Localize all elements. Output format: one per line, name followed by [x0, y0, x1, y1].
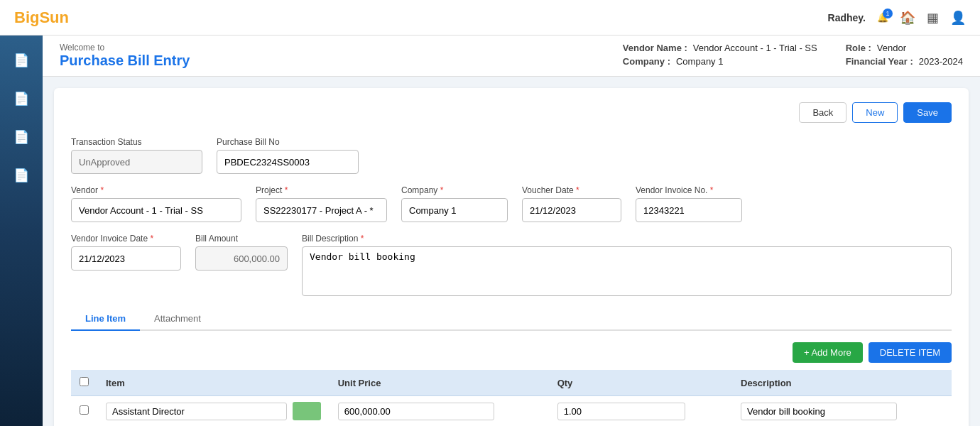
purchase-bill-no-label: Purchase Bill No [217, 137, 359, 147]
company-form-input[interactable] [401, 198, 508, 222]
vendor-invoice-no-label: Vendor Invoice No. * [636, 185, 742, 195]
vendor-invoice-no-group: Vendor Invoice No. * [636, 185, 742, 222]
select-all-checkbox[interactable] [80, 377, 89, 386]
delete-item-button[interactable]: DELETE ITEM [869, 342, 952, 363]
transaction-status-label: Transaction Status [71, 137, 202, 147]
row-unit-price-input-0[interactable] [338, 403, 494, 420]
voucher-date-label: Voucher Date * [522, 185, 621, 195]
table-toolbar: + Add More DELETE ITEM [71, 342, 952, 363]
save-button[interactable]: Save [903, 102, 952, 123]
sidebar-item-1[interactable]: 📄 [8, 47, 35, 74]
row-checkbox-0[interactable] [80, 405, 89, 415]
table-header-row: Item Unit Price Qty Description [71, 370, 952, 396]
role-label: Role : [846, 43, 871, 53]
role-row: Role : Vendor [846, 43, 963, 53]
row-unit-price-cell [330, 396, 549, 427]
vendor-name-value: Vendor Account - 1 - Trial - SS [693, 43, 817, 53]
main-content: Welcome to Purchase Bill Entry Vendor Na… [43, 36, 980, 426]
bill-description-group: Bill Description * [302, 234, 952, 296]
company-value: Company 1 [676, 56, 723, 67]
voucher-date-group: Voucher Date * [522, 185, 621, 222]
project-label: Project * [256, 185, 387, 195]
vendor-label: Vendor * [71, 185, 241, 195]
sidebar-item-3[interactable]: 📄 [8, 124, 35, 151]
tab-attachment[interactable]: Attachment [140, 307, 215, 331]
welcome-text: Welcome to [60, 43, 190, 53]
header-left: Welcome to Purchase Bill Entry [60, 43, 190, 69]
voucher-date-input[interactable] [522, 198, 621, 222]
bill-amount-group: Bill Amount [195, 234, 288, 271]
header-item: Item [97, 370, 330, 396]
bill-amount-input[interactable] [195, 246, 288, 271]
company-form-label: Company * [401, 185, 508, 195]
company-form-group: Company * [401, 185, 508, 222]
company-row: Company : Company 1 [623, 56, 817, 67]
project-input[interactable] [256, 198, 387, 222]
brand-logo[interactable]: BigSun [14, 9, 69, 27]
back-button[interactable]: Back [799, 102, 846, 123]
header-bar: Welcome to Purchase Bill Entry Vendor Na… [43, 36, 980, 77]
row-item-cell [97, 396, 330, 426]
row-description-input-0[interactable] [741, 403, 897, 420]
financial-year-row: Financial Year : 2023-2024 [846, 56, 963, 67]
navbar: BigSun Radhey. 🔔 1 🏠 ▦ 👤 [0, 0, 980, 36]
form-row-1: Transaction Status Purchase Bill No [71, 137, 952, 174]
new-button[interactable]: New [852, 102, 898, 123]
role-value: Vendor [877, 43, 906, 53]
bill-description-input[interactable] [302, 246, 952, 296]
purchase-bill-no-input[interactable] [217, 150, 359, 174]
bill-description-label: Bill Description * [302, 234, 952, 244]
sidebar: 📄 📄 📄 📄 [0, 36, 43, 426]
vendor-name-label: Vendor Name : [623, 43, 687, 53]
navbar-username: Radhey. [828, 12, 866, 23]
form-row-2: Vendor * Project * Company * [71, 185, 952, 222]
table-row [71, 396, 952, 427]
vendor-invoice-date-group: Vendor Invoice Date * [71, 234, 181, 271]
row-qty-input-0[interactable] [557, 403, 685, 420]
sidebar-item-4[interactable]: 📄 [8, 162, 35, 189]
vendor-input[interactable] [71, 198, 241, 222]
grid-icon[interactable]: ▦ [927, 10, 939, 26]
company-label: Company : [623, 56, 670, 67]
content-area: Back New Save Transaction Status Purchas… [54, 88, 969, 426]
header-checkbox-col [71, 370, 97, 396]
brand-name: BigSun [14, 9, 69, 26]
vendor-invoice-date-label: Vendor Invoice Date * [71, 234, 181, 244]
form-row-3: Vendor Invoice Date * Bill Amount Bill D… [71, 234, 952, 296]
header-unit-price: Unit Price [330, 370, 549, 396]
purchase-bill-no-group: Purchase Bill No [217, 137, 359, 174]
vendor-name-row: Vendor Name : Vendor Account - 1 - Trial… [623, 43, 817, 53]
tab-line-item[interactable]: Line Item [71, 307, 140, 331]
user-icon[interactable]: 👤 [950, 10, 966, 26]
row-qty-cell [549, 396, 732, 427]
header-meta: Vendor Name : Vendor Account - 1 - Trial… [623, 43, 963, 67]
line-items-table-wrapper: Item Unit Price Qty Description [71, 370, 952, 426]
line-items-tbody [71, 396, 952, 427]
navbar-right: Radhey. 🔔 1 🏠 ▦ 👤 [828, 10, 966, 26]
notification-badge: 1 [883, 9, 893, 18]
vendor-invoice-no-input[interactable] [636, 198, 742, 222]
transaction-status-group: Transaction Status [71, 137, 202, 174]
project-group: Project * [256, 185, 387, 222]
row-color-box-0 [293, 402, 321, 420]
add-more-button[interactable]: + Add More [793, 342, 863, 363]
notification-bell[interactable]: 🔔 1 [877, 12, 888, 23]
header-description: Description [732, 370, 952, 396]
vendor-group: Vendor * [71, 185, 241, 222]
page-title: Purchase Bill Entry [60, 53, 190, 69]
row-item-input-0[interactable] [106, 403, 287, 420]
row-checkbox-cell [71, 396, 97, 427]
financial-year-value: 2023-2024 [919, 56, 963, 67]
vendor-invoice-date-input[interactable] [71, 246, 181, 271]
line-items-table: Item Unit Price Qty Description [71, 370, 952, 426]
vendor-info-group: Vendor Name : Vendor Account - 1 - Trial… [623, 43, 817, 67]
tabs: Line Item Attachment [71, 307, 952, 331]
role-info-group: Role : Vendor Financial Year : 2023-2024 [846, 43, 963, 67]
sidebar-item-2[interactable]: 📄 [8, 85, 35, 112]
transaction-status-input[interactable] [71, 150, 202, 174]
financial-year-label: Financial Year : [846, 56, 913, 67]
home-icon[interactable]: 🏠 [900, 10, 915, 26]
layout: 📄 📄 📄 📄 Welcome to Purchase Bill Entry V… [0, 36, 980, 426]
bill-amount-label: Bill Amount [195, 234, 288, 244]
row-description-cell [732, 396, 952, 427]
